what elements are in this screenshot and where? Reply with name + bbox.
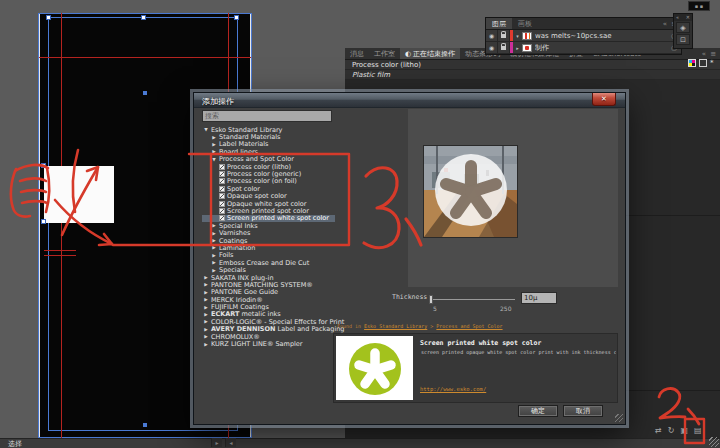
- layers-panel-header: 图层画板 « ≡: [486, 18, 681, 30]
- white-ink-band-object[interactable]: [44, 166, 114, 223]
- expand-arrow-icon[interactable]: ▶: [211, 135, 217, 140]
- breadcrumb: Found in Esko Standard Library > Process…: [337, 323, 503, 329]
- lock-icon[interactable]: [498, 42, 510, 53]
- expand-arrow-icon[interactable]: ▶: [203, 327, 209, 332]
- layer-name[interactable]: was melts~10pcs.sae: [535, 32, 667, 40]
- delete-icon[interactable]: ▤: [694, 426, 702, 435]
- dialog-title-bar[interactable]: [194, 93, 625, 108]
- ink-swatch-icon: [219, 208, 225, 214]
- ink-swatch-icon: [219, 186, 225, 192]
- operation-row[interactable]: Process color (litho): [345, 60, 720, 70]
- visibility-eye-icon[interactable]: ◉: [486, 42, 498, 53]
- layers-panel: 图层画板 « ≡ ◉▾was melts~10pcs.sae○◉▸制作○: [485, 17, 682, 55]
- expand-arrow-icon[interactable]: ▶: [203, 319, 209, 324]
- scroll-left-button[interactable]: ▸: [211, 438, 222, 447]
- dialog-close-button[interactable]: ✕: [592, 93, 616, 106]
- layers-panel-tab[interactable]: 图层: [486, 18, 512, 29]
- layers-panel-tab[interactable]: 画板: [512, 18, 538, 29]
- expand-arrow-icon[interactable]: ▶: [211, 253, 217, 258]
- cancel-button[interactable]: 取消: [563, 405, 603, 417]
- esko-website-link[interactable]: http://www.esko.com/: [420, 386, 486, 392]
- panel-divider: [625, 215, 720, 216]
- stack-icon: ◈: [680, 24, 685, 32]
- close-icon[interactable]: ✕: [686, 14, 690, 21]
- tree-item[interactable]: Process color (on foil): [202, 178, 335, 185]
- expand-arrow-icon[interactable]: ▶: [211, 223, 217, 228]
- preview-photo-image: [424, 146, 517, 237]
- breadcrumb-category-link[interactable]: Process and Spot Color: [436, 323, 502, 329]
- dock-tab[interactable]: 消息: [345, 48, 369, 59]
- cmyk-swatch-icon[interactable]: [688, 59, 696, 67]
- expand-arrow-icon[interactable]: ▶: [203, 275, 209, 280]
- layer-thumbnail: [522, 32, 532, 40]
- expand-arrow-icon[interactable]: ▶: [203, 290, 209, 295]
- breadcrumb-prefix: Found in: [337, 323, 364, 329]
- expand-arrow-icon[interactable]: ▶: [203, 297, 209, 302]
- selection-handle[interactable]: [46, 15, 51, 20]
- dialog-resize-grip[interactable]: [615, 414, 623, 422]
- expand-arrow-icon[interactable]: ▶: [203, 282, 209, 287]
- dock-tab[interactable]: ◐正在结束操作: [400, 48, 460, 59]
- layer-row[interactable]: ◉▸制作○: [486, 42, 681, 54]
- progress-icon: ◐: [405, 50, 411, 58]
- window-resize-grip[interactable]: [709, 437, 719, 447]
- thickness-max-label: 250: [500, 305, 511, 312]
- collapse-arrow-icon[interactable]: ▼: [211, 157, 217, 162]
- tree-item[interactable]: ▶KURZ LIGHT LINE® Sampler: [202, 340, 335, 347]
- esko-logo: [336, 336, 413, 400]
- collapse-panel-icon[interactable]: «: [676, 14, 679, 21]
- operation-row[interactable]: Plastic film: [345, 70, 720, 80]
- dock-tab-label: 正在结束操作: [413, 49, 455, 59]
- dock-tab-label: 消息: [350, 49, 364, 59]
- selection-handle[interactable]: [141, 15, 146, 20]
- expand-arrow-icon[interactable]: ▶: [211, 245, 217, 250]
- breadcrumb-separator: >: [427, 323, 436, 329]
- collapse-arrow-icon[interactable]: ▾: [513, 33, 522, 39]
- ink-swatch-icon: [219, 193, 225, 199]
- breadcrumb-library-link[interactable]: Esko Standard Library: [364, 323, 427, 329]
- panel-footer-icons: ⇄ ↻ ▣ ▤: [655, 426, 702, 435]
- selection-handle[interactable]: [234, 15, 239, 20]
- expand-arrow-icon[interactable]: ▶: [211, 238, 217, 243]
- collapse-panel-icon[interactable]: «: [702, 50, 706, 58]
- thickness-slider-track[interactable]: [431, 299, 515, 300]
- add-operation-dialog: 添加操作 ✕ ▼Esko Standard Library▶Standard M…: [193, 92, 626, 425]
- search-input[interactable]: [202, 110, 332, 122]
- thickness-slider-handle[interactable]: [429, 295, 433, 304]
- operation-row-icons: *: [688, 59, 714, 67]
- collapse-panel-icon[interactable]: «: [663, 20, 667, 28]
- stack-tool-button[interactable]: ◈: [676, 22, 690, 33]
- star-icon: *: [710, 59, 714, 67]
- expand-arrow-icon[interactable]: ▶: [203, 334, 209, 339]
- layer-name[interactable]: 制作: [535, 43, 667, 53]
- expand-arrow-icon[interactable]: ▶: [211, 268, 217, 273]
- expand-arrow-icon[interactable]: ▶: [211, 149, 217, 154]
- expand-arrow-icon[interactable]: ▶: [203, 312, 209, 317]
- collapse-arrow-icon[interactable]: ▼: [203, 127, 209, 132]
- thickness-value-field[interactable]: [521, 292, 557, 304]
- selection-handle[interactable]: [41, 163, 46, 168]
- expand-arrow-icon[interactable]: ▶: [203, 305, 209, 310]
- transfer-icon[interactable]: ⇄: [655, 426, 662, 435]
- expand-arrow-icon[interactable]: ▶: [203, 342, 209, 347]
- ok-button[interactable]: 确定: [518, 405, 558, 417]
- empty-swatch-icon[interactable]: [699, 59, 707, 67]
- expand-arrow-icon[interactable]: ▶: [211, 142, 217, 147]
- pathfinder-tool-button[interactable]: ⊡: [676, 34, 690, 45]
- expand-arrow-icon[interactable]: ▸: [513, 45, 522, 51]
- new-operation-icon[interactable]: ▣: [680, 426, 688, 435]
- refresh-icon[interactable]: ↻: [668, 426, 675, 435]
- status-bar: [0, 438, 720, 448]
- layer-row[interactable]: ◉▾was melts~10pcs.sae○: [486, 30, 681, 42]
- crease-line-left: [61, 13, 62, 438]
- selection-handle[interactable]: [41, 219, 46, 224]
- collapsed-panel-icons[interactable]: ▪ ▪: [688, 1, 710, 11]
- expand-arrow-icon[interactable]: ▶: [211, 260, 217, 265]
- dock-tab[interactable]: 工作室: [369, 48, 400, 59]
- scroll-right-button[interactable]: ◂: [225, 438, 236, 447]
- info-title: Screen printed white spot color: [420, 339, 541, 347]
- lock-icon[interactable]: [498, 30, 510, 41]
- visibility-eye-icon[interactable]: ◉: [486, 30, 498, 41]
- expand-arrow-icon[interactable]: ▶: [211, 231, 217, 236]
- panel-menu-icon[interactable]: ≡: [710, 50, 716, 58]
